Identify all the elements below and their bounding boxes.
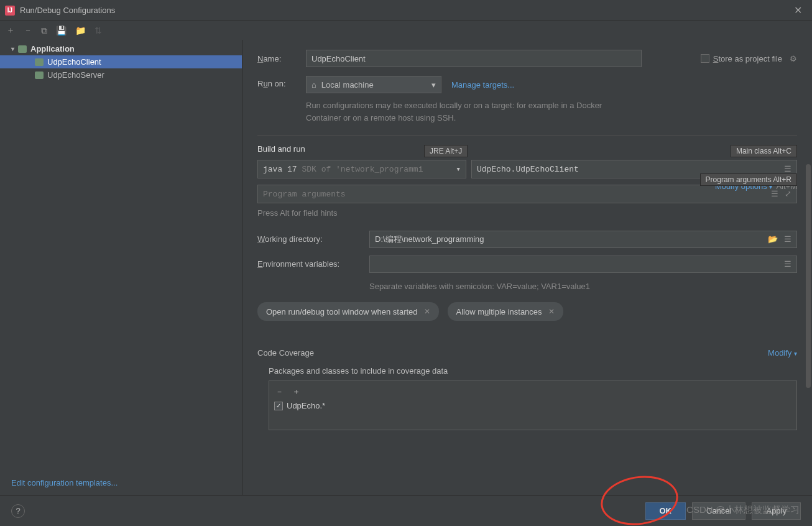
working-dir-label: Working directory: xyxy=(257,234,357,244)
tree-item-label: UdpEchoServer xyxy=(47,70,104,80)
jre-hint-tag: JRE Alt+J xyxy=(424,145,468,157)
list-icon[interactable]: ☰ xyxy=(780,164,791,174)
chevron-down-icon: ▾ xyxy=(431,80,436,90)
chip-open-tool-window[interactable]: Open run/debug tool window when started … xyxy=(257,302,439,321)
program-args-placeholder: Program arguments xyxy=(263,190,346,199)
coverage-list: － ＋ ✓ UdpEcho.* xyxy=(269,381,797,430)
env-label: Environment variables: xyxy=(257,259,357,269)
working-dir-value: D:\编程\network_programming xyxy=(375,234,484,245)
manage-targets-link[interactable]: Manage targets... xyxy=(451,80,514,90)
gear-icon[interactable]: ⚙ xyxy=(790,54,797,63)
tree-item-label: UdpEchoClient xyxy=(47,57,101,67)
store-checkbox[interactable] xyxy=(701,54,709,63)
tree-item-udpechoserver[interactable]: UdpEchoServer xyxy=(0,68,242,81)
browse-icon[interactable]: 📂 xyxy=(768,234,778,244)
help-button[interactable]: ? xyxy=(11,504,25,518)
chip-remove-icon[interactable]: ✕ xyxy=(424,307,430,316)
list-icon[interactable]: ☰ xyxy=(784,234,791,244)
args-hint-tag: Program arguments Alt+R xyxy=(700,173,797,186)
coverage-item-label: UdpEcho.* xyxy=(287,401,325,410)
application-group-icon xyxy=(18,45,27,53)
main-class-hint-tag: Main class Alt+C xyxy=(731,145,797,157)
store-label: Store as project file xyxy=(713,54,782,63)
coverage-item[interactable]: ✓ UdpEcho.* xyxy=(274,401,791,410)
save-icon[interactable]: 💾 xyxy=(56,25,67,35)
name-label: Name: xyxy=(257,54,295,63)
cancel-button[interactable]: Cancel xyxy=(692,502,745,520)
chevron-down-icon: ▾ xyxy=(456,164,461,174)
apply-button[interactable]: Apply xyxy=(752,502,801,520)
run-config-icon xyxy=(35,58,44,66)
tree-item-udpechoclient[interactable]: UdpEchoClient xyxy=(0,55,242,68)
run-config-icon xyxy=(35,72,44,79)
edit-templates-link[interactable]: Edit configuration templates... xyxy=(0,471,242,495)
config-tree: ▾ Application UdpEchoClient UdpEchoServe… xyxy=(0,40,242,495)
name-value: UdpEchoClient xyxy=(311,54,366,63)
tree-group-label: Application xyxy=(30,44,75,53)
sort-icon[interactable]: ⇅ xyxy=(95,25,102,35)
scrollbar[interactable] xyxy=(806,164,811,388)
config-toolbar: ＋ － ⧉ 💾 📁 ⇅ xyxy=(0,21,812,40)
run-on-hint: Run configurations may be executed local… xyxy=(306,99,617,124)
build-run-title: Build and run xyxy=(257,144,797,154)
dialog-footer: ? OK Cancel Apply xyxy=(0,495,812,526)
run-on-combo[interactable]: ⌂ Local machine ▾ xyxy=(306,76,441,93)
tree-group-application[interactable]: ▾ Application xyxy=(0,42,242,55)
run-on-label: Run on: xyxy=(257,76,295,88)
coverage-checkbox[interactable]: ✓ xyxy=(274,402,283,410)
titlebar: IJ Run/Debug Configurations ✕ xyxy=(0,0,812,21)
coverage-title: Code Coverage xyxy=(257,348,314,358)
main-class-value: UdpEcho.UdpEchoClient xyxy=(477,165,579,174)
coverage-subtitle: Packages and classes to include in cover… xyxy=(269,366,797,376)
chip-remove-icon[interactable]: ✕ xyxy=(548,307,555,316)
list-icon[interactable]: ☰ xyxy=(784,259,791,269)
remove-icon[interactable]: － xyxy=(24,25,32,36)
working-dir-input[interactable]: D:\编程\network_programming 📂 ☰ xyxy=(369,231,797,248)
add-icon[interactable]: ＋ xyxy=(6,25,15,36)
chip-allow-multiple[interactable]: Allow multiple instances ✕ xyxy=(448,302,563,321)
jre-combo[interactable]: java 17 SDK of 'network_programmi ▾ xyxy=(257,160,466,178)
config-form: Name: UdpEchoClient Store as project fil… xyxy=(242,40,812,495)
alt-hint: Press Alt for field hints xyxy=(257,207,797,219)
env-input[interactable]: ☰ xyxy=(369,256,797,273)
coverage-modify-link[interactable]: Modify ▾ xyxy=(768,348,797,358)
home-icon: ⌂ xyxy=(311,80,316,90)
ok-button[interactable]: OK xyxy=(645,502,686,520)
window-title: Run/Debug Configurations xyxy=(20,6,115,15)
app-icon: IJ xyxy=(5,6,15,16)
copy-icon[interactable]: ⧉ xyxy=(41,25,47,36)
folder-icon[interactable]: 📁 xyxy=(75,25,86,35)
run-on-value: Local machine xyxy=(321,80,374,90)
chevron-down-icon: ▾ xyxy=(11,45,14,52)
add-icon[interactable]: ＋ xyxy=(292,386,300,397)
remove-icon[interactable]: － xyxy=(275,386,284,397)
name-input[interactable]: UdpEchoClient xyxy=(306,50,642,67)
env-hint: Separate variables with semicolon: VAR=v… xyxy=(369,280,797,293)
close-icon[interactable]: ✕ xyxy=(789,2,807,19)
